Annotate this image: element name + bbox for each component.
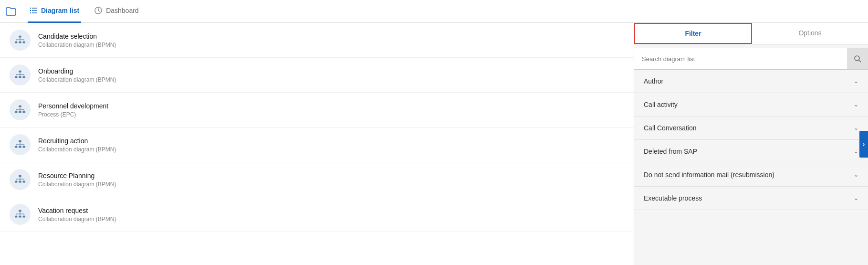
svg-rect-46 [23, 181, 26, 183]
svg-rect-26 [15, 111, 18, 113]
filter-section-do-not-send[interactable]: Do not send information mail (resubmissi… [634, 163, 868, 187]
tab-filter-label: Filter [685, 30, 701, 37]
filter-call-conversation-label: Call Conversation [644, 124, 697, 132]
list-item[interactable]: Personnel development Process (EPC) [0, 93, 634, 127]
svg-rect-8 [15, 42, 18, 43]
svg-rect-43 [19, 175, 21, 177]
chevron-down-icon: ⌄ [854, 78, 858, 85]
svg-rect-34 [19, 140, 21, 142]
diagram-type-5: Collaboration diagram (BPMN) [38, 181, 116, 188]
svg-rect-28 [23, 111, 26, 113]
main-content: Candidate selection Collaboration diagra… [0, 23, 868, 265]
filter-section-call-conversation[interactable]: Call Conversation ⌄ [634, 117, 868, 140]
dashboard-icon [94, 7, 102, 14]
svg-rect-37 [23, 146, 26, 148]
filter-section-executable-process[interactable]: Executable process ⌄ [634, 187, 868, 210]
svg-point-5 [30, 12, 31, 13]
diagram-type-4: Collaboration diagram (BPMN) [38, 146, 116, 153]
org-chart-icon [14, 104, 26, 116]
diagram-icon-1 [10, 30, 31, 51]
svg-rect-25 [19, 106, 21, 107]
right-panel-inner: Filter Options [634, 23, 868, 265]
chevron-down-icon: ⌄ [854, 101, 858, 108]
folder-icon-wrap[interactable] [6, 7, 16, 16]
list-item[interactable]: Vacation request Collaboration diagram (… [0, 197, 634, 232]
diagram-icon-4 [10, 134, 31, 155]
diagram-type-6: Collaboration diagram (BPMN) [38, 216, 116, 223]
tab-filter[interactable]: Filter [634, 23, 752, 44]
tab-diagram-list[interactable]: Diagram list [28, 0, 81, 23]
filter-sections: Author ⌄ Call activity ⌄ Call Conversati… [634, 70, 868, 265]
filter-deleted-label: Deleted from SAP [644, 148, 697, 155]
search-bar [634, 48, 868, 70]
tab-bar-left: Diagram list Dashboard [6, 0, 862, 23]
search-icon [854, 55, 861, 63]
tab-diagram-list-label: Diagram list [41, 7, 79, 14]
svg-rect-17 [15, 76, 18, 78]
svg-rect-19 [23, 76, 26, 78]
svg-rect-53 [15, 216, 18, 218]
svg-rect-44 [15, 181, 18, 183]
list-item[interactable]: Onboarding Collaboration diagram (BPMN) [0, 58, 634, 93]
diagram-info-6: Vacation request Collaboration diagram (… [38, 207, 116, 223]
svg-point-4 [30, 10, 31, 11]
tab-dashboard-label: Dashboard [106, 7, 139, 14]
svg-rect-18 [19, 76, 21, 78]
filter-section-call-activity[interactable]: Call activity ⌄ [634, 93, 868, 117]
diagram-name-6: Vacation request [38, 207, 116, 214]
chevron-down-icon: ⌄ [854, 171, 858, 178]
filter-executable-label: Executable process [644, 194, 702, 202]
svg-rect-7 [19, 36, 21, 38]
org-chart-icon [14, 34, 26, 46]
diagram-icon-6 [10, 204, 31, 225]
svg-line-62 [859, 60, 861, 62]
list-icon [30, 7, 37, 14]
svg-rect-36 [19, 146, 21, 148]
svg-rect-9 [19, 42, 21, 43]
filter-do-not-send-label: Do not send information mail (resubmissi… [644, 171, 774, 179]
svg-rect-27 [19, 111, 21, 113]
diagram-info-3: Personnel development Process (EPC) [38, 102, 108, 118]
diagram-type-1: Collaboration diagram (BPMN) [38, 42, 116, 48]
tab-options[interactable]: Options [752, 23, 868, 44]
search-button[interactable] [847, 48, 868, 69]
svg-rect-55 [23, 216, 26, 218]
filter-call-activity-label: Call activity [644, 101, 678, 108]
filter-section-deleted-from-sap[interactable]: Deleted from SAP ⌄ [634, 140, 868, 163]
chevron-down-icon: ⌄ [854, 125, 858, 131]
diagram-name-5: Resource Planning [38, 172, 116, 180]
svg-rect-10 [23, 42, 26, 43]
diagram-type-3: Process (EPC) [38, 111, 108, 118]
diagram-icon-5 [10, 169, 31, 190]
diagram-info-4: Recruiting action Collaboration diagram … [38, 137, 116, 153]
diagram-info-2: Onboarding Collaboration diagram (BPMN) [38, 67, 116, 83]
diagram-type-2: Collaboration diagram (BPMN) [38, 76, 116, 83]
org-chart-icon [14, 139, 26, 150]
chevron-right-icon: › [863, 140, 865, 148]
filter-section-author[interactable]: Author ⌄ [634, 70, 868, 93]
collapse-panel-button[interactable]: › [859, 131, 868, 158]
svg-rect-45 [19, 181, 21, 183]
diagram-name-4: Recruiting action [38, 137, 116, 145]
diagram-list: Candidate selection Collaboration diagra… [0, 23, 634, 265]
list-item[interactable]: Recruiting action Collaboration diagram … [0, 127, 634, 162]
right-panel-tabs: Filter Options [634, 23, 868, 44]
diagram-name-1: Candidate selection [38, 32, 116, 40]
svg-rect-16 [19, 71, 21, 73]
org-chart-icon [14, 69, 26, 81]
svg-rect-52 [19, 210, 21, 212]
search-input[interactable] [634, 50, 847, 68]
diagram-name-3: Personnel development [38, 102, 108, 110]
org-chart-icon [14, 174, 26, 185]
folder-icon [6, 7, 16, 16]
filter-author-label: Author [644, 77, 663, 85]
tab-dashboard[interactable]: Dashboard [93, 0, 141, 23]
svg-rect-35 [15, 146, 18, 148]
list-item[interactable]: Candidate selection Collaboration diagra… [0, 23, 634, 58]
list-item[interactable]: Resource Planning Collaboration diagram … [0, 162, 634, 197]
diagram-icon-3 [10, 99, 31, 120]
svg-rect-54 [19, 216, 21, 218]
diagram-info-5: Resource Planning Collaboration diagram … [38, 172, 116, 188]
svg-point-3 [30, 8, 31, 9]
diagram-name-2: Onboarding [38, 67, 116, 75]
